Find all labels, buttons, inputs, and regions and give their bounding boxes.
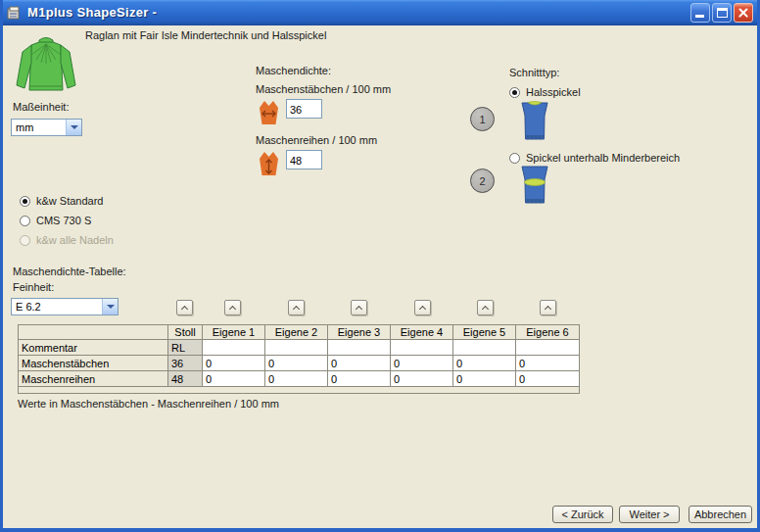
value-cell[interactable]: 0 [203, 371, 265, 387]
table-corner-cell [19, 325, 168, 340]
halsspickel-vest-icon [516, 100, 553, 143]
value-cell[interactable] [453, 340, 516, 356]
column-up-button-eigene-4[interactable] [414, 300, 431, 315]
value-cell[interactable]: 0 [391, 356, 453, 371]
value-cell[interactable]: 0 [203, 356, 265, 371]
spickel-unterhalb-vest-icon [516, 164, 553, 207]
maximize-icon [717, 8, 728, 18]
col-header-eigene-3: Eigene 3 [328, 325, 391, 340]
value-cell[interactable]: 0 [391, 371, 453, 387]
row-label: Maschenstäbchen [19, 356, 168, 371]
column-up-button-eigene-3[interactable] [351, 300, 367, 315]
column-up-button-eigene-2[interactable] [288, 300, 305, 315]
density-table: Stoll Eigene 1 Eigene 2 Eigene 3 Eigene … [18, 324, 580, 394]
col-header-eigene-2: Eigene 2 [265, 325, 328, 340]
badge-1: 1 [470, 107, 495, 131]
gauge-select[interactable]: E 6.2 [11, 298, 119, 315]
radio-kw-standard[interactable]: k&w Standard [20, 195, 103, 207]
app-icon [7, 5, 23, 21]
value-cell[interactable]: 0 [265, 371, 328, 387]
cancel-button[interactable]: Abbrechen [689, 506, 752, 523]
value-cell[interactable]: 0 [328, 371, 391, 387]
pattern-description: Raglan mit Fair Isle Mindertechnik und H… [85, 29, 326, 41]
radio-spickel-unterhalb[interactable]: Spickel unterhalb Minderbereich [509, 152, 680, 164]
up-arrow-icon [229, 306, 236, 313]
table-footnote: Werte in Maschenstäbchen - Maschenreihen… [18, 398, 279, 410]
radio-kw-alle-nadeln-label: k&w alle Nadeln [36, 234, 114, 246]
radio-spickel-unterhalb-label: Spickel unterhalb Minderbereich [526, 152, 680, 164]
unit-select[interactable]: mm [11, 119, 82, 136]
col-header-eigene-1: Eigene 1 [203, 325, 265, 340]
next-button[interactable]: Weiter > [619, 506, 680, 523]
minimize-icon [695, 15, 704, 18]
stoll-cell: RL [168, 340, 203, 356]
stitch-height-icon [257, 150, 281, 177]
stitches-label: Maschenstäbchen / 100 mm [256, 83, 391, 95]
value-cell[interactable]: 0 [516, 356, 580, 371]
back-button[interactable]: < Zurück [552, 506, 613, 523]
radio-icon [20, 196, 30, 207]
col-header-eigene-6: Eigene 6 [516, 325, 580, 340]
gauge-label: Feinheit: [13, 281, 54, 293]
up-arrow-icon [545, 306, 551, 313]
column-up-button-eigene-1[interactable] [224, 300, 241, 315]
stoll-cell: 36 [168, 356, 203, 371]
value-cell[interactable]: 0 [453, 356, 516, 371]
up-arrow-icon [181, 306, 188, 313]
table-row: Maschenstäbchen 36 0 0 0 0 0 0 [19, 356, 580, 371]
column-up-button-eigene-5[interactable] [477, 300, 494, 315]
radio-halsspickel-label: Halsspickel [526, 86, 581, 98]
col-header-eigene-5: Eigene 5 [453, 325, 516, 340]
column-up-button-stoll[interactable] [176, 300, 193, 315]
stoll-cell: 48 [168, 371, 203, 387]
unit-value: mm [16, 121, 33, 133]
value-cell[interactable] [203, 340, 265, 356]
radio-halsspickel[interactable]: Halsspickel [509, 86, 581, 98]
value-cell[interactable]: 0 [453, 371, 516, 387]
table-row: Kommentar RL [19, 340, 580, 356]
row-label: Maschenreihen [19, 371, 168, 387]
col-header-eigene-4: Eigene 4 [391, 325, 453, 340]
cut-type-title: Schnitttyp: [509, 67, 559, 78]
value-cell[interactable] [328, 340, 391, 356]
window-title: M1plus ShapeSizer - [27, 0, 157, 25]
stitches-input[interactable] [286, 99, 322, 119]
chevron-down-icon[interactable] [102, 299, 118, 314]
col-header-stoll: Stoll [168, 325, 203, 340]
maximize-button[interactable] [712, 3, 732, 23]
gauge-value: E 6.2 [16, 301, 41, 313]
table-header-row: Stoll Eigene 1 Eigene 2 Eigene 3 Eigene … [19, 325, 580, 340]
badge-2: 2 [470, 169, 495, 193]
value-cell[interactable] [516, 340, 580, 356]
stitch-width-icon [257, 99, 281, 126]
radio-cms-730s[interactable]: CMS 730 S [20, 215, 91, 226]
row-label: Kommentar [19, 340, 168, 356]
table-bottom-strip [19, 387, 580, 394]
up-arrow-icon [356, 306, 362, 313]
unit-label: Maßeinheit: [13, 101, 69, 113]
raglan-sweater-icon [12, 31, 80, 100]
radio-icon [20, 235, 30, 246]
table-section-title: Maschendichte-Tabelle: [13, 266, 126, 277]
value-cell[interactable] [391, 340, 453, 356]
radio-icon [509, 153, 520, 164]
up-arrow-icon [293, 306, 300, 313]
shapesizer-window: M1plus ShapeSizer - Raglan mit Fair Isle… [0, 0, 760, 532]
value-cell[interactable]: 0 [516, 371, 580, 387]
radio-kw-alle-nadeln[interactable]: k&w alle Nadeln [20, 234, 114, 246]
up-arrow-icon [419, 306, 426, 313]
chevron-down-icon[interactable] [66, 120, 81, 135]
close-button[interactable] [734, 3, 753, 23]
radio-kw-standard-label: k&w Standard [36, 195, 103, 207]
table-row: Maschenreihen 48 0 0 0 0 0 0 [19, 371, 580, 387]
value-cell[interactable] [265, 340, 328, 356]
rows-input[interactable] [286, 150, 322, 169]
column-up-button-eigene-6[interactable] [540, 300, 556, 315]
value-cell[interactable]: 0 [265, 356, 328, 371]
radio-icon [20, 216, 30, 226]
up-arrow-icon [482, 306, 489, 313]
radio-cms-730s-label: CMS 730 S [36, 215, 91, 226]
value-cell[interactable]: 0 [328, 356, 391, 371]
minimize-button[interactable] [690, 3, 710, 23]
title-bar[interactable]: M1plus ShapeSizer - [0, 0, 760, 25]
